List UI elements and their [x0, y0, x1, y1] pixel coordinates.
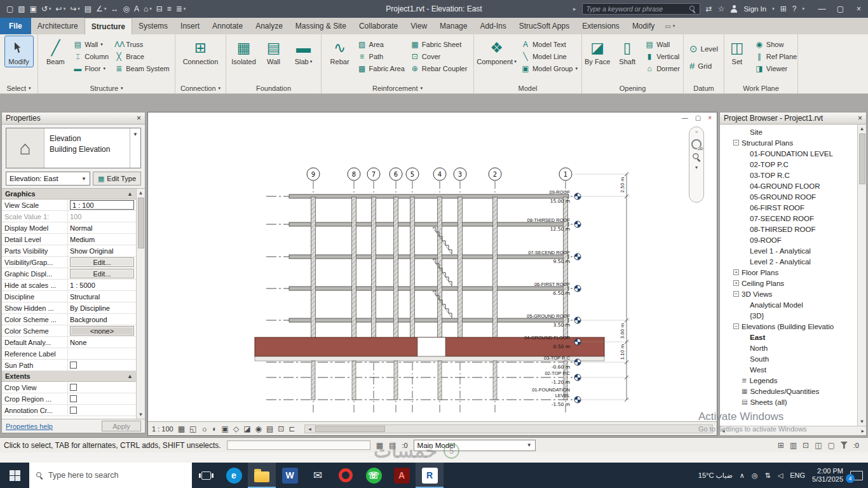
open-file-icon[interactable]: ▧: [18, 4, 25, 13]
visual-style-icon[interactable]: ◱: [189, 424, 196, 433]
revit-taskbar-button[interactable]: R: [416, 463, 444, 488]
save-icon[interactable]: ▣: [30, 4, 37, 13]
scroll-left-icon[interactable]: ◂: [722, 428, 725, 434]
tab-architecture[interactable]: Architecture: [31, 18, 85, 34]
scroll-left-icon[interactable]: ◂: [305, 426, 314, 432]
measure-icon[interactable]: ∠: [96, 4, 103, 13]
whatsapp-taskbar-button[interactable]: ☏: [360, 463, 388, 488]
opera-taskbar-button[interactable]: [332, 463, 360, 488]
network-icon[interactable]: ⇅: [765, 471, 771, 480]
show-analytical-model-icon[interactable]: ⊡: [278, 424, 284, 433]
text-icon[interactable]: A: [134, 4, 139, 13]
rebar-coupler-button[interactable]: ⊕Rebar Coupler: [409, 63, 470, 74]
dormer-button[interactable]: ⌂Dormer: [643, 63, 682, 74]
collapse-box-icon[interactable]: −: [733, 140, 739, 146]
new-file-icon[interactable]: ▢: [6, 4, 13, 13]
expand-box-icon[interactable]: +: [733, 269, 739, 275]
collapse-icon[interactable]: ▲: [127, 191, 133, 197]
edit-type-button[interactable]: ▦ Edit Type: [93, 172, 141, 186]
weather-text[interactable]: 15°C ضباب: [698, 471, 733, 480]
select-pinned-icon[interactable]: ▢: [827, 441, 834, 450]
panel-caret-icon[interactable]: ▾: [29, 86, 31, 91]
wall-button[interactable]: ▤Wall: [643, 39, 682, 50]
path-button[interactable]: ≡Path: [356, 51, 407, 62]
browser-scrollbar[interactable]: ▲ ▼: [857, 125, 866, 426]
tree-item-ceiling-plans[interactable]: +Ceiling Plans: [720, 278, 857, 288]
tab-strucsoft-apps[interactable]: StrucSoft Apps: [513, 18, 576, 34]
dropdown-caret-icon[interactable]: ▾: [575, 66, 578, 71]
search-icon[interactable]: [689, 6, 696, 12]
panel-label-structure[interactable]: Structure▾: [38, 83, 175, 93]
undo-caret-icon[interactable]: ▾: [64, 6, 66, 11]
level-button[interactable]: ⊙Level: [687, 42, 721, 56]
connection-button[interactable]: ⊞Connection: [182, 36, 220, 67]
by-face-button[interactable]: ◪By Face: [583, 36, 611, 67]
scrollbar-thumb[interactable]: [315, 426, 385, 432]
scrollbar-thumb[interactable]: [138, 198, 144, 248]
tree-item-site[interactable]: Site: [720, 126, 857, 137]
redo-icon[interactable]: ↪: [70, 4, 76, 13]
tree-item-05-ground-roof[interactable]: 05-GROUND ROOF: [720, 191, 857, 202]
task-view-button[interactable]: [192, 463, 220, 488]
scrollbar-thumb[interactable]: [859, 133, 865, 184]
scroll-down-icon[interactable]: ▼: [139, 412, 144, 417]
close-icon[interactable]: ×: [858, 114, 862, 123]
tree-item-floor-plans[interactable]: +Floor Plans: [720, 267, 857, 278]
canvas-horizontal-scrollbar[interactable]: ◂: [304, 424, 713, 433]
temporary-hide-isolate-icon[interactable]: ◪: [243, 424, 250, 433]
scroll-down-icon[interactable]: ▼: [860, 419, 865, 424]
column-button[interactable]: ⌶Column: [71, 51, 111, 62]
sun-path-checkbox[interactable]: [70, 362, 77, 369]
drawing-area[interactable]: — ▢ × × ▾ 98765432109-ROOF15.00 m08-THIR…: [147, 112, 717, 436]
show-hidden-icons-icon[interactable]: ∧: [740, 471, 745, 480]
sign-in-caret-icon[interactable]: ▾: [772, 6, 775, 11]
beam-system-button[interactable]: ≣Beam System: [112, 63, 171, 74]
elevation-view[interactable]: 98765432109-ROOF15.00 m08-THIRSED ROOF12…: [148, 112, 717, 421]
worksharing-display-icon[interactable]: ⊞: [778, 441, 784, 450]
section-icon[interactable]: ⊟: [156, 4, 163, 13]
navigation-bar[interactable]: × ▾: [689, 126, 704, 203]
tree-item-level-1-analytical[interactable]: Level 1 - Analytical: [720, 245, 857, 256]
thin-lines-icon[interactable]: ≡: [167, 4, 172, 13]
navbar-close-icon[interactable]: ×: [695, 129, 698, 135]
tree-item-07-secend-roof[interactable]: 07-SECEND ROOF: [720, 213, 857, 224]
tab-extensions[interactable]: Extensions: [576, 18, 626, 34]
panel-label-opening[interactable]: Opening: [582, 83, 683, 93]
help-caret-icon[interactable]: ▾: [802, 6, 804, 11]
scroll-up-icon[interactable]: ▲: [139, 190, 144, 196]
panel-caret-icon[interactable]: ▾: [121, 86, 123, 91]
tab-insert[interactable]: Insert: [174, 18, 206, 34]
tree-item-01-foundation-level[interactable]: 01-FOUNDATION LEVEL: [720, 148, 857, 159]
design-options-icon[interactable]: ▥: [790, 441, 797, 450]
panel-label-select[interactable]: Select▾: [0, 83, 37, 93]
panel-label-reinforcement[interactable]: Reinforcement▾: [322, 83, 473, 93]
tab-annotate[interactable]: Annotate: [206, 18, 249, 34]
tree-item-level-2-analytical[interactable]: Level 2 - Analytical: [720, 256, 857, 267]
tree-item-schedules-quantities[interactable]: ▦Schedules/Quantities: [720, 386, 857, 396]
panel-label-model[interactable]: Model: [474, 83, 581, 93]
tree-item-04-ground-floor[interactable]: 04-GROUND FLOOR: [720, 180, 857, 191]
tab-collaborate[interactable]: Collaborate: [353, 18, 404, 34]
tab-analyze[interactable]: Analyze: [249, 18, 289, 34]
editing-requests-icon[interactable]: ▤: [389, 441, 396, 450]
collapse-box-icon[interactable]: −: [733, 323, 739, 329]
tab-add-ins[interactable]: Add-Ins: [473, 18, 512, 34]
help-icon[interactable]: ?: [792, 4, 797, 13]
instance-selector[interactable]: Elevation: East ▼: [6, 172, 90, 186]
properties-scrollbar[interactable]: ▲ ▼: [136, 189, 145, 419]
tree-item-08-thirsed-roof[interactable]: 08-THIRSED ROOF: [720, 224, 857, 234]
area-button[interactable]: ▨Area: [356, 39, 407, 50]
panel-label-connection[interactable]: Connection▾: [175, 83, 226, 93]
file-explorer-taskbar-button[interactable]: [248, 463, 276, 488]
crop-view-checkbox[interactable]: [70, 384, 77, 391]
model-line-button[interactable]: ╲Model Line: [519, 51, 580, 62]
tree-item-06-first-roof[interactable]: 06-FIRST ROOF: [720, 202, 857, 213]
expand-box-icon[interactable]: +: [733, 280, 739, 286]
type-selector[interactable]: ⌂ Elevation Building Elevation ▼: [6, 128, 141, 168]
show-button[interactable]: ◉Show: [753, 39, 799, 50]
reveal-hidden-elements-icon[interactable]: ◉: [255, 424, 262, 433]
model-text-button[interactable]: AModel Text: [519, 39, 580, 50]
isolated-button[interactable]: ▦Isolated: [230, 36, 258, 67]
tree-item-analytical-model[interactable]: Analytical Model: [720, 299, 857, 310]
print-icon[interactable]: ▤: [85, 4, 92, 13]
